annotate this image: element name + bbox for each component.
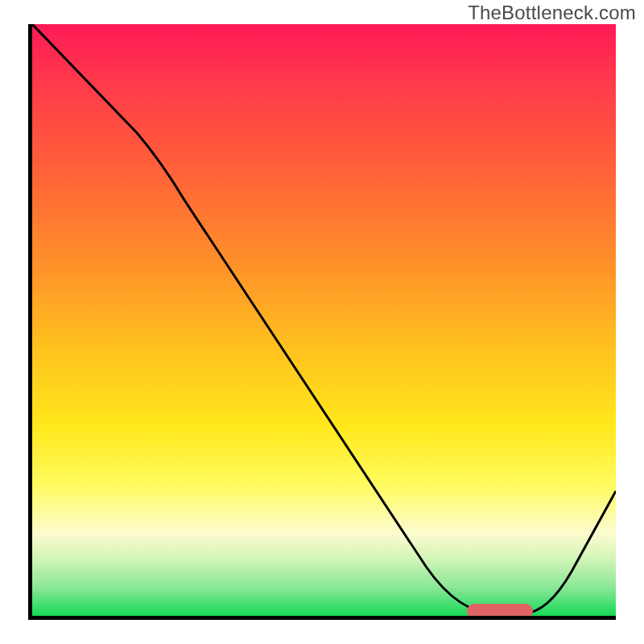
chart-curve — [32, 24, 616, 616]
bottleneck-curve-path — [32, 24, 616, 613]
chart-plot-area — [28, 24, 616, 620]
watermark-text: TheBottleneck.com — [468, 2, 636, 24]
optimal-range-marker — [467, 604, 533, 618]
